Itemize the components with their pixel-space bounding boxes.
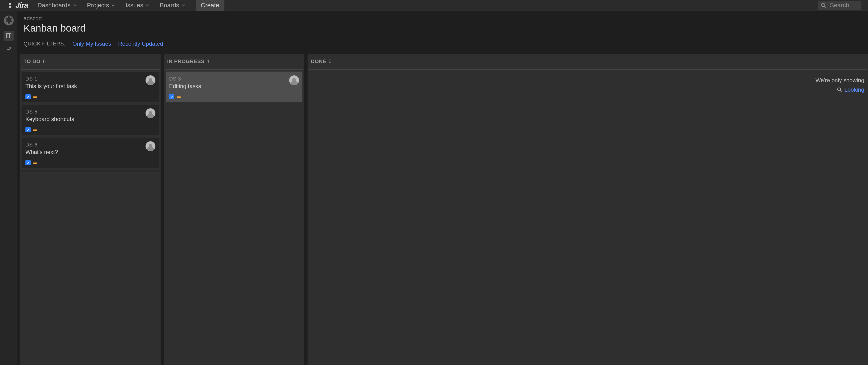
- column-title: IN PROGRESS: [167, 58, 205, 64]
- nav-projects[interactable]: Projects: [87, 2, 115, 9]
- issue-meta: [25, 94, 155, 99]
- column-bar: [309, 69, 867, 70]
- nav-boards[interactable]: Boards: [160, 2, 185, 9]
- main-area: adscqd Kanban board QUICK FILTERS: Only …: [0, 11, 868, 365]
- issue-summary: Editing tasks: [169, 83, 299, 90]
- priority-medium-icon: [176, 94, 181, 99]
- column-header[interactable]: TO DO 6: [20, 54, 161, 69]
- nav-boards-label: Boards: [160, 2, 179, 9]
- task-type-icon: [25, 127, 31, 132]
- filter-only-my-issues[interactable]: Only My Issues: [72, 40, 111, 47]
- filter-label: QUICK FILTERS:: [24, 41, 65, 47]
- issue-key: DS-5: [25, 109, 155, 115]
- breadcrumb[interactable]: adscqd: [24, 15, 862, 22]
- issue-card[interactable]: DS-5 Keyboard shortcuts: [22, 104, 159, 135]
- column-cards: DS-1 This is your first task DS-5 Keyboa…: [20, 71, 161, 175]
- filter-recently-updated[interactable]: Recently Updated: [118, 40, 163, 47]
- priority-medium-icon: [32, 94, 38, 99]
- column-todo: TO DO 6 DS-1 This is your first task: [20, 54, 161, 365]
- task-type-icon: [25, 94, 31, 99]
- column-header[interactable]: IN PROGRESS 1: [164, 54, 304, 69]
- chevron-down-icon: [146, 3, 149, 7]
- issue-key: DS-6: [25, 142, 155, 148]
- done-looking-link[interactable]: Looking: [308, 86, 868, 93]
- svg-point-5: [838, 88, 841, 91]
- search-icon: [821, 3, 827, 8]
- issue-card[interactable]: DS-1 This is your first task: [22, 71, 159, 102]
- nav-dashboards[interactable]: Dashboards: [37, 2, 76, 9]
- project-avatar[interactable]: [4, 16, 14, 25]
- assignee-avatar[interactable]: [146, 108, 155, 118]
- header-block: adscqd Kanban board QUICK FILTERS: Only …: [18, 11, 868, 50]
- issue-key: DS-1: [25, 76, 155, 82]
- task-type-icon: [169, 94, 174, 99]
- kanban-board: TO DO 6 DS-1 This is your first task: [18, 52, 868, 365]
- column-title: DONE: [311, 58, 327, 64]
- top-navbar: Jira Dashboards Projects Issues Boards C…: [0, 0, 868, 11]
- filter-row: QUICK FILTERS: Only My Issues Recently U…: [24, 40, 862, 47]
- chevron-down-icon: [112, 3, 115, 7]
- column-count: 1: [207, 58, 210, 64]
- jira-logo[interactable]: Jira: [7, 1, 28, 10]
- issue-card[interactable]: DS-6 What's next?: [22, 137, 159, 169]
- column-header[interactable]: DONE 0: [308, 54, 868, 69]
- content: adscqd Kanban board QUICK FILTERS: Only …: [18, 11, 868, 365]
- column-bar: [165, 69, 303, 70]
- issue-meta: [25, 127, 155, 132]
- issue-key: DS-3: [169, 76, 299, 82]
- column-count: 6: [43, 58, 46, 64]
- sidebar-board-button[interactable]: [3, 31, 14, 41]
- board-icon: [6, 33, 12, 39]
- nav-links: Dashboards Projects Issues Boards Create: [37, 0, 224, 11]
- issue-meta: [169, 94, 299, 99]
- nav-issues[interactable]: Issues: [125, 2, 149, 9]
- issue-meta: [25, 160, 155, 165]
- priority-medium-icon: [32, 127, 38, 132]
- column-title: TO DO: [24, 58, 40, 64]
- done-looking-label: Looking: [844, 86, 864, 93]
- chart-icon: [6, 46, 12, 52]
- page-title: Kanban board: [24, 23, 862, 34]
- chevron-down-icon: [182, 3, 185, 7]
- assignee-avatar[interactable]: [146, 75, 155, 85]
- assignee-avatar[interactable]: [146, 141, 155, 151]
- done-empty-message: We're only showing: [308, 71, 868, 86]
- chevron-down-icon: [73, 3, 76, 7]
- svg-point-0: [822, 3, 825, 7]
- jira-logo-icon: [7, 2, 14, 9]
- issue-summary: Keyboard shortcuts: [25, 116, 155, 122]
- issue-card-partial[interactable]: [22, 170, 159, 173]
- svg-line-1: [825, 6, 826, 7]
- jira-logo-text: Jira: [16, 1, 28, 10]
- task-type-icon: [25, 160, 31, 165]
- sidebar-reports-button[interactable]: [3, 44, 14, 54]
- search-input[interactable]: [830, 2, 858, 9]
- nav-issues-label: Issues: [125, 2, 143, 9]
- assignee-avatar[interactable]: [289, 75, 299, 85]
- issue-card[interactable]: DS-3 Editing tasks: [165, 71, 303, 102]
- issue-summary: What's next?: [25, 149, 155, 155]
- search-box[interactable]: [817, 1, 861, 10]
- column-done: DONE 0 We're only showing Looking: [308, 54, 868, 365]
- create-button[interactable]: Create: [196, 0, 224, 11]
- nav-projects-label: Projects: [87, 2, 109, 9]
- column-in-progress: IN PROGRESS 1 DS-3 Editing tasks: [164, 54, 304, 365]
- search-icon: [837, 87, 842, 92]
- issue-summary: This is your first task: [25, 83, 155, 90]
- priority-medium-icon: [32, 160, 38, 165]
- svg-rect-2: [6, 33, 11, 38]
- side-rail: [0, 11, 18, 365]
- column-cards: DS-3 Editing tasks: [164, 71, 304, 104]
- svg-line-6: [840, 90, 842, 92]
- column-count: 0: [329, 58, 332, 64]
- nav-dashboards-label: Dashboards: [37, 2, 70, 9]
- column-bar: [21, 69, 160, 70]
